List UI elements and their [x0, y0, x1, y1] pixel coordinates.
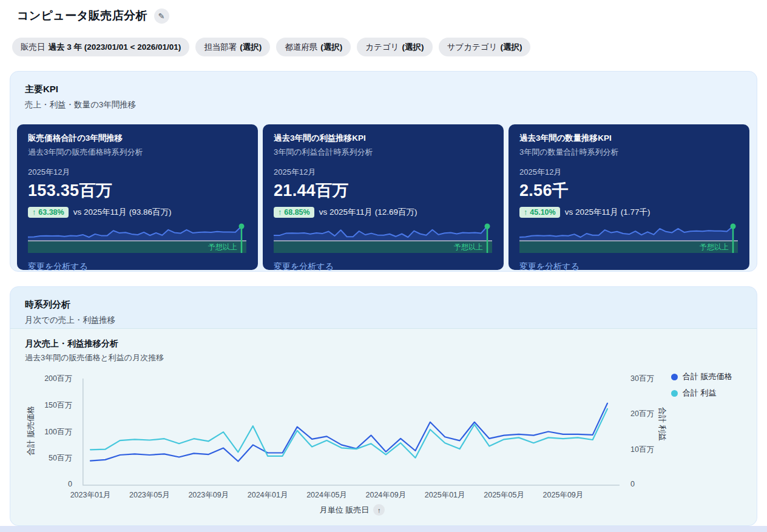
legend-label: 合計 販売価格 [683, 371, 732, 382]
x-axis-tick: 2025年01月 [417, 490, 472, 500]
x-axis-tick: 2023年09月 [181, 490, 236, 500]
kpi-period: 2025年12月 [274, 167, 493, 178]
section-title: 主要KPI [25, 84, 742, 95]
filter-chip-sale-date[interactable]: 販売日過去 3 年 (2023/01/01 < 2026/01/01) [12, 38, 189, 56]
kpi-title: 過去3年間の利益推移KPI [274, 133, 493, 144]
filter-value: (選択) [402, 42, 424, 53]
kpi-title: 販売価格合計の3年間推移 [28, 133, 247, 144]
forecast-band-label: 予想以上 [700, 242, 729, 252]
filter-label: 担当部署 [204, 42, 237, 53]
chart-legend: 合計 販売価格 合計 利益 [671, 371, 732, 399]
forecast-band-label: 予想以上 [208, 242, 237, 252]
filter-value: 過去 3 年 (2023/01/01 < 2026/01/01) [49, 42, 181, 53]
filter-label: カテゴリ [365, 42, 399, 53]
legend-label: 合計 利益 [683, 388, 717, 399]
kpi-sparkline: 予想以上 [28, 223, 247, 257]
forecast-band-label: 予想以上 [454, 242, 483, 252]
filter-chip-category[interactable]: カテゴリ(選択) [357, 38, 432, 56]
pencil-icon: ✎ [158, 12, 165, 21]
change-percent: 68.85% [284, 208, 309, 217]
x-axis-tick: 2024年09月 [359, 490, 413, 500]
y-axis-tick: 30百万 [630, 374, 667, 384]
change-badge: ↑68.85% [274, 207, 314, 218]
x-axis-tick: 2023年05月 [122, 490, 177, 500]
chart-subtitle: 過去3年間の販売価格と利益の月次推移 [25, 352, 164, 363]
legend-dot-sales [671, 374, 678, 380]
x-axis-tick: 2025年09月 [536, 490, 590, 500]
filter-value: (選択) [240, 42, 262, 53]
x-axis-sort-control[interactable]: 月単位 販売日 ↑ [83, 504, 622, 516]
kpi-section: 主要KPI 売上・利益・数量の3年間推移 販売価格合計の3年間推移 過去3年間の… [10, 71, 757, 272]
arrow-up-icon: ↑ [278, 208, 282, 217]
kpi-card-profit: 過去3年間の利益推移KPI 3年間の利益合計時系列分析 2025年12月 21.… [263, 124, 504, 270]
x-axis-tick: 2025年05月 [477, 490, 532, 500]
filter-bar: 販売日過去 3 年 (2023/01/01 < 2026/01/01) 担当部署… [12, 38, 530, 56]
kpi-sparkline: 予想以上 [519, 223, 738, 257]
sort-ascending-icon: ↑ [373, 504, 385, 516]
filter-label: 都道府県 [285, 42, 317, 53]
kpi-comparison: ↑68.85% vs 2025年11月 (12.69百万) [274, 207, 493, 218]
line-chart-plot [83, 379, 622, 486]
analyze-change-link[interactable]: 変更を分析する [28, 261, 88, 272]
y-axis-tick: 0 [630, 480, 667, 488]
comparison-text: vs 2025年11月 (93.86百万) [73, 207, 172, 218]
kpi-card-row: 販売価格合計の3年間推移 過去3年間の販売価格時系列分析 2025年12月 15… [17, 124, 749, 270]
y-axis-tick: 100百万 [21, 427, 72, 437]
kpi-period: 2025年12月 [519, 167, 738, 178]
x-axis-tick: 2023年01月 [63, 490, 118, 500]
y-axis-tick: 150百万 [21, 400, 72, 411]
kpi-subtitle: 3年間の数量合計時系列分析 [519, 147, 738, 158]
filter-chip-department[interactable]: 担当部署(選択) [195, 38, 270, 56]
arrow-up-icon: ↑ [32, 208, 36, 217]
chart-title: 月次売上・利益推移分析 [25, 338, 118, 349]
kpi-card-quantity: 過去3年間の数量推移KPI 3年間の数量合計時系列分析 2025年12月 2.5… [509, 124, 749, 270]
analyze-change-link[interactable]: 変更を分析する [274, 261, 334, 272]
kpi-comparison: ↑63.38% vs 2025年11月 (93.86百万) [28, 207, 247, 218]
filter-chip-subcategory[interactable]: サブカテゴリ(選択) [439, 38, 531, 56]
x-axis-tick: 2024年01月 [240, 490, 295, 500]
page-header: コンピュータ販売店分析 ✎ [17, 8, 169, 24]
analyze-change-link[interactable]: 変更を分析する [519, 261, 579, 272]
filter-chip-prefecture[interactable]: 都道府県(選択) [276, 38, 351, 56]
kpi-value: 153.35百万 [28, 180, 247, 201]
next-section-edge [0, 526, 767, 532]
section-title: 時系列分析 [25, 299, 742, 311]
kpi-period: 2025年12月 [28, 167, 247, 178]
legend-item-sales[interactable]: 合計 販売価格 [671, 371, 732, 382]
x-axis-tick: 2024年05月 [299, 490, 354, 500]
chart-card: 月次売上・利益推移分析 過去3年間の販売価格と利益の月次推移 合計 販売価格 合… [10, 328, 757, 525]
kpi-comparison: ↑45.10% vs 2025年11月 (1.77千) [519, 207, 738, 218]
kpi-sparkline: 予想以上 [274, 223, 493, 257]
x-axis-label: 月単位 販売日 [320, 505, 370, 516]
y-axis-tick: 200百万 [21, 374, 72, 384]
filter-value: (選択) [320, 42, 342, 53]
edit-title-button[interactable]: ✎ [154, 8, 169, 24]
kpi-value: 21.44百万 [274, 180, 493, 201]
page-title: コンピュータ販売店分析 [17, 8, 147, 24]
kpi-subtitle: 3年間の利益合計時系列分析 [274, 147, 493, 158]
y-axis-tick: 50百万 [21, 453, 72, 463]
kpi-title: 過去3年間の数量推移KPI [519, 133, 738, 144]
section-subtitle: 月次での売上・利益推移 [25, 315, 742, 326]
filter-value: (選択) [500, 42, 522, 53]
y-axis-tick: 20百万 [630, 409, 667, 419]
comparison-text: vs 2025年11月 (12.69百万) [319, 207, 417, 218]
kpi-value: 2.56千 [519, 180, 738, 201]
change-percent: 45.10% [530, 208, 555, 217]
filter-label: 販売日 [21, 42, 46, 53]
change-badge: ↑63.38% [28, 207, 69, 218]
arrow-up-icon: ↑ [524, 208, 527, 217]
kpi-card-sales: 販売価格合計の3年間推移 過去3年間の販売価格時系列分析 2025年12月 15… [17, 124, 258, 270]
filter-label: サブカテゴリ [447, 42, 498, 53]
y-axis-tick: 10百万 [630, 445, 667, 455]
y-axis-tick: 0 [21, 480, 72, 488]
legend-dot-profit [671, 390, 678, 397]
comparison-text: vs 2025年11月 (1.77千) [565, 207, 650, 218]
change-percent: 63.38% [38, 208, 64, 217]
legend-item-profit[interactable]: 合計 利益 [671, 388, 732, 399]
kpi-subtitle: 過去3年間の販売価格時系列分析 [28, 147, 247, 158]
change-badge: ↑45.10% [519, 207, 560, 218]
timeseries-section: 時系列分析 月次での売上・利益推移 月次売上・利益推移分析 過去3年間の販売価格… [10, 286, 757, 526]
section-subtitle: 売上・利益・数量の3年間推移 [25, 99, 742, 110]
